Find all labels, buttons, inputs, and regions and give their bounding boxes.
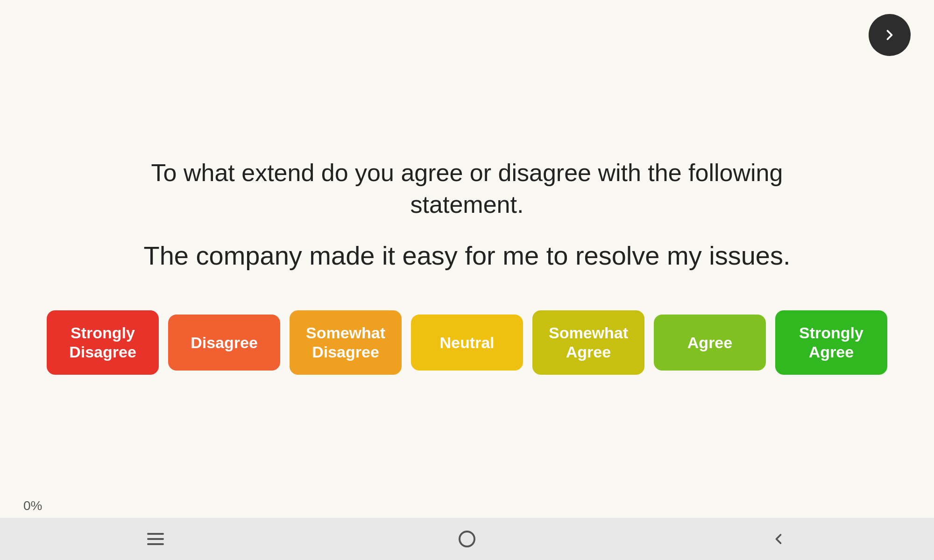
main-content: To what extend do you agree or disagree …	[0, 0, 934, 560]
option-disagree[interactable]: Disagree	[168, 315, 280, 371]
home-icon	[459, 531, 475, 547]
back-icon	[770, 531, 787, 547]
option-strongly-disagree[interactable]: StronglyDisagree	[47, 310, 159, 375]
option-strongly-agree[interactable]: Strongly Agree	[775, 310, 887, 375]
option-somewhat-disagree[interactable]: SomewhatDisagree	[290, 310, 402, 375]
question-text: To what extend do you agree or disagree …	[93, 157, 841, 220]
chevron-right-icon	[881, 27, 898, 43]
option-agree[interactable]: Agree	[654, 315, 766, 371]
bottom-nav	[0, 518, 934, 560]
nav-home[interactable]	[311, 518, 623, 560]
statement-text: The company made it easy for me to resol…	[144, 239, 791, 273]
options-container: StronglyDisagree Disagree SomewhatDisagr…	[47, 310, 887, 375]
option-neutral[interactable]: Neutral	[411, 315, 523, 371]
menu-icon	[147, 533, 164, 545]
option-somewhat-agree[interactable]: SomewhatAgree	[532, 310, 644, 375]
next-button[interactable]	[869, 14, 911, 56]
page-container: To what extend do you agree or disagree …	[0, 0, 934, 560]
nav-back[interactable]	[623, 518, 934, 560]
nav-menu[interactable]	[0, 518, 311, 560]
progress-text: 0%	[23, 498, 42, 513]
